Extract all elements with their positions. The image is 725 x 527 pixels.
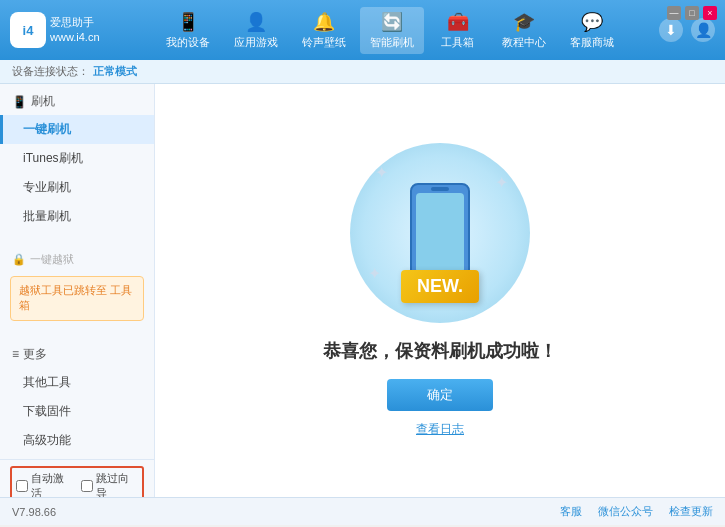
nav-tab-service[interactable]: 💬 客服商城 (560, 7, 624, 54)
success-text: 恭喜您，保资料刷机成功啦！ (323, 339, 557, 363)
device-panel: 自动激活 跳过向导 📱 iPhone 15 Pro Max 512GB iPho… (0, 459, 154, 497)
flash-header-icon: 📱 (12, 95, 27, 109)
minimize-button[interactable]: — (667, 6, 681, 20)
my-device-icon: 📱 (177, 11, 199, 33)
version-text: V7.98.66 (12, 506, 56, 518)
sparkle-2: ✦ (495, 173, 508, 192)
phone-body (410, 183, 470, 283)
logo: i4 爱思助手 www.i4.cn (10, 12, 120, 48)
confirm-button[interactable]: 确定 (387, 379, 493, 411)
nav-tabs: 📱 我的设备 👤 应用游戏 🔔 铃声壁纸 🔄 智能刷机 🧰 工具箱 🎓 教程中心… (120, 7, 659, 54)
sparkle-1: ✦ (375, 163, 388, 182)
skip-guide-checkbox-label[interactable]: 跳过向导 (81, 471, 138, 497)
success-illustration: ✦ ✦ ✦ NEW. 恭喜您，保资料刷机成功啦！ 确定 查看日志 (323, 143, 557, 438)
checkbox-row: 自动激活 跳过向导 (10, 466, 144, 497)
nav-tab-app-game[interactable]: 👤 应用游戏 (224, 7, 288, 54)
ringtone-icon: 🔔 (313, 11, 335, 33)
bottom-link-update[interactable]: 检查更新 (669, 504, 713, 519)
sidebar-item-batch-flash[interactable]: 批量刷机 (0, 202, 154, 231)
skip-guide-checkbox[interactable] (81, 480, 93, 492)
nav-tab-ringtone[interactable]: 🔔 铃声壁纸 (292, 7, 356, 54)
status-bar: 设备连接状态： 正常模式 (0, 60, 725, 84)
header: i4 爱思助手 www.i4.cn 📱 我的设备 👤 应用游戏 🔔 铃声壁纸 🔄… (0, 0, 725, 60)
bottom-link-wechat[interactable]: 微信公众号 (598, 504, 653, 519)
bottom-bar: V7.98.66 客服 微信公众号 检查更新 (0, 497, 725, 525)
sidebar-item-itunes-flash[interactable]: iTunes刷机 (0, 144, 154, 173)
sidebar-notice: 越狱工具已跳转至 工具箱 (10, 276, 144, 321)
lock-icon: 🔒 (12, 253, 26, 266)
sidebar-item-one-key-flash[interactable]: 一键刷机 (0, 115, 154, 144)
sidebar-item-advanced[interactable]: 高级功能 (0, 426, 154, 455)
header-right: ⬇ 👤 (659, 18, 715, 42)
new-badge: NEW. (401, 270, 479, 303)
bottom-link-service[interactable]: 客服 (560, 504, 582, 519)
auto-activate-checkbox[interactable] (16, 480, 28, 492)
phone-graphic (410, 183, 470, 283)
sidebar-item-other-tools[interactable]: 其他工具 (0, 368, 154, 397)
window-controls: — □ × (667, 6, 717, 20)
logo-text: 爱思助手 www.i4.cn (50, 15, 100, 46)
nav-tab-smart-flash[interactable]: 🔄 智能刷机 (360, 7, 424, 54)
auto-activate-checkbox-label[interactable]: 自动激活 (16, 471, 73, 497)
sidebar-item-download-fw[interactable]: 下载固件 (0, 397, 154, 426)
status-label: 设备连接状态： (12, 64, 89, 79)
more-icon: ≡ (12, 347, 19, 361)
maximize-button[interactable]: □ (685, 6, 699, 20)
sidebar-section-more: ≡ 更多 其他工具 下载固件 高级功能 (0, 337, 154, 459)
log-link[interactable]: 查看日志 (416, 421, 464, 438)
content-area: ✦ ✦ ✦ NEW. 恭喜您，保资料刷机成功啦！ 确定 查看日志 (155, 84, 725, 497)
phone-notch (431, 187, 449, 191)
sidebar: 📱 刷机 一键刷机 iTunes刷机 专业刷机 批量刷机 🔒 一键越狱 越狱工具… (0, 84, 155, 497)
smart-flash-icon: 🔄 (381, 11, 403, 33)
sparkle-3: ✦ (368, 264, 381, 283)
logo-icon: i4 (10, 12, 46, 48)
app-game-icon: 👤 (245, 11, 267, 33)
service-icon: 💬 (581, 11, 603, 33)
phone-screen (416, 193, 464, 273)
main: 📱 刷机 一键刷机 iTunes刷机 专业刷机 批量刷机 🔒 一键越狱 越狱工具… (0, 84, 725, 497)
sidebar-item-pro-flash[interactable]: 专业刷机 (0, 173, 154, 202)
download-button[interactable]: ⬇ (659, 18, 683, 42)
nav-tab-my-device[interactable]: 📱 我的设备 (156, 7, 220, 54)
tutorial-icon: 🎓 (513, 11, 535, 33)
sidebar-flash-header[interactable]: 📱 刷机 (0, 88, 154, 115)
toolbox-icon: 🧰 (447, 11, 469, 33)
phone-circle: ✦ ✦ ✦ NEW. (350, 143, 530, 323)
close-button[interactable]: × (703, 6, 717, 20)
nav-tab-tutorial[interactable]: 🎓 教程中心 (492, 7, 556, 54)
sidebar-jailbreak-header: 🔒 一键越狱 (0, 247, 154, 272)
sidebar-section-jailbreak: 🔒 一键越狱 越狱工具已跳转至 工具箱 (0, 243, 154, 329)
sidebar-section-flash: 📱 刷机 一键刷机 iTunes刷机 专业刷机 批量刷机 (0, 84, 154, 235)
nav-tab-toolbox[interactable]: 🧰 工具箱 (428, 7, 488, 54)
sidebar-more-header[interactable]: ≡ 更多 (0, 341, 154, 368)
user-button[interactable]: 👤 (691, 18, 715, 42)
status-value: 正常模式 (93, 64, 137, 79)
